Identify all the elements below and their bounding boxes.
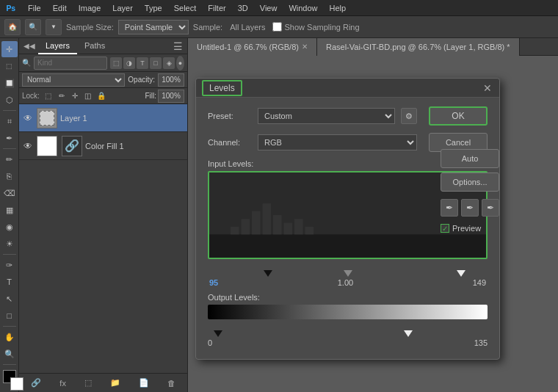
layer-item[interactable]: 👁 Layer 1 [19,104,187,132]
kind-adjustment-icon[interactable]: ◑ [123,57,135,69]
shape-tool[interactable]: □ [1,308,18,324]
tool-arrow[interactable]: ▼ [46,19,62,35]
sample-size-select[interactable]: Point Sample [118,20,189,35]
eraser-tool[interactable]: ⌫ [1,185,18,201]
mid-input-slider[interactable] [344,270,352,277]
black-eyedropper[interactable]: ✒ [441,199,458,217]
kind-type-icon[interactable]: T [137,57,148,69]
lock-all-icon[interactable]: 🔒 [95,90,107,102]
lock-pixels-icon[interactable]: ✏ [56,90,68,102]
lock-position-icon[interactable]: ✛ [69,90,81,102]
white-input-slider[interactable] [457,270,465,277]
delete-layer-btn[interactable]: 🗑 [167,379,175,388]
preview-check-icon: ✓ [442,225,448,233]
auto-button[interactable]: Auto [441,149,499,168]
tab-close-icon[interactable]: ✕ [302,43,308,51]
channel-select[interactable]: RGB [258,134,417,150]
svg-rect-2 [209,234,486,258]
menu-image[interactable]: Image [73,2,107,14]
tool-separator-1 [3,110,16,111]
show-sampling-ring-checkbox[interactable]: Show Sampling Ring [272,22,359,32]
menu-help[interactable]: Help [324,2,352,14]
menu-layer[interactable]: Layer [106,2,139,14]
preset-gear-button[interactable]: ⚙ [401,108,417,124]
sample-value: All Layers [227,23,268,32]
svg-rect-9 [294,219,303,234]
menu-type[interactable]: Type [139,2,168,14]
kind-filter-toggle[interactable]: ● [176,56,184,70]
lock-transparent-icon[interactable]: ⬚ [43,90,54,102]
menu-3d[interactable]: 3D [232,2,254,14]
clone-tool[interactable]: ⎘ [1,168,18,184]
layer-visibility-icon[interactable]: 👁 [22,140,34,152]
brush-tool[interactable]: ✏ [1,151,18,167]
input-slider-area [208,262,488,277]
svg-rect-3 [231,227,239,235]
gray-eyedropper[interactable]: ✒ [461,199,479,217]
menu-window[interactable]: Window [283,2,323,14]
quick-select-tool[interactable]: ⬡ [1,92,18,108]
ok-button[interactable]: OK [429,106,488,126]
tab-untitled[interactable]: Untitled-1 @ 66.7% (RGB/8) ✕ [188,38,317,56]
layer-item[interactable]: 👁 🔗 Color Fill 1 [19,132,187,160]
zoom-tool[interactable]: 🔍 [1,346,18,362]
new-layer-btn[interactable]: 📄 [139,378,149,388]
output-white-value[interactable]: 135 [474,338,488,347]
opacity-label: Opacity: [128,76,155,84]
preview-checkbox[interactable]: ✓ [441,224,449,233]
layers-tab[interactable]: Layers [38,38,77,54]
menu-view[interactable]: View [254,2,283,14]
gradient-tool[interactable]: ▦ [1,202,18,218]
lock-artboard-icon[interactable]: ◫ [82,90,94,102]
link-layers-btn[interactable]: 🔗 [31,378,41,388]
tool-separator-5 [3,364,16,365]
dialog-close-button[interactable]: ✕ [482,82,493,94]
kind-shape-icon[interactable]: □ [150,57,162,69]
eyedropper-panel[interactable]: ✒ [1,130,18,146]
type-tool[interactable]: T [1,274,18,290]
preset-select[interactable]: Custom [258,108,395,124]
fill-input[interactable] [158,90,184,103]
menu-filter[interactable]: Filter [202,2,231,14]
search-input[interactable] [34,57,107,70]
pen-tool[interactable]: ✑ [1,257,18,273]
menu-select[interactable]: Select [168,2,203,14]
app-logo: Ps [3,1,18,15]
menu-file[interactable]: File [22,2,47,14]
black-input-slider[interactable] [264,270,272,277]
lasso-tool[interactable]: 🔲 [1,75,18,91]
crop-tool[interactable]: ⌗ [1,113,18,129]
hand-tool[interactable]: ✋ [1,329,18,345]
dodge-tool[interactable]: ☀ [1,236,18,252]
layer-visibility-icon[interactable]: 👁 [22,112,34,124]
opacity-input[interactable] [158,73,184,87]
paths-tab[interactable]: Paths [77,38,112,54]
tab-rasel[interactable]: Rasel-Vai-GIT-BD.png @ 66.7% (Layer 1, R… [317,38,520,56]
output-black-value[interactable]: 0 [208,338,212,347]
kind-smart-icon[interactable]: ◈ [163,57,175,69]
blur-tool[interactable]: ◉ [1,219,18,235]
menu-edit[interactable]: Edit [47,2,73,14]
lock-row: Lock: ⬚ ✏ ✛ ◫ 🔒 Fill: [19,88,187,104]
panel-collapse-btn[interactable]: ◀◀ [23,42,35,50]
path-selection[interactable]: ↖ [1,291,18,307]
blend-mode-select[interactable]: Normal [22,73,125,87]
output-black-slider[interactable] [214,330,222,337]
input-white-value[interactable]: 149 [473,278,486,287]
select-tool[interactable]: ⬚ [1,58,18,74]
background-color[interactable] [10,377,23,391]
add-fx-btn[interactable]: fx [59,379,66,388]
output-white-slider[interactable] [404,330,413,337]
move-tool[interactable]: ✛ [1,41,18,57]
add-mask-btn[interactable]: ⬚ [84,378,92,388]
white-eyedropper[interactable]: ✒ [482,199,499,217]
panel-menu-btn[interactable]: ☰ [173,40,183,52]
home-button[interactable]: 🏠 [4,19,21,35]
input-black-value[interactable]: 95 [209,278,218,287]
input-mid-value[interactable]: 1.00 [218,278,472,287]
new-group-btn[interactable]: 📁 [110,378,120,388]
kind-pixel-icon[interactable]: ⬚ [110,57,122,69]
eyedropper-tool[interactable]: 🔍 [25,19,41,35]
kind-icons: ⬚ ◑ T □ ◈ [110,57,175,69]
options-button[interactable]: Options... [441,173,499,192]
